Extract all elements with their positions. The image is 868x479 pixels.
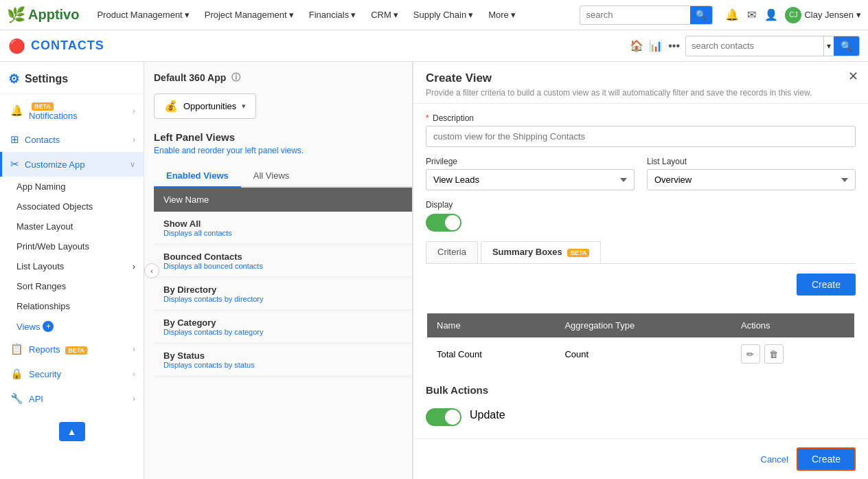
- tab-all-views[interactable]: All Views: [241, 165, 302, 188]
- sidebar-sub-list-layouts[interactable]: List Layouts ›: [0, 256, 144, 276]
- cancel-link[interactable]: Cancel: [761, 454, 788, 465]
- bulk-update-label: Update: [470, 409, 505, 421]
- chevron-right-icon: ›: [133, 107, 135, 115]
- top-search-button[interactable]: 🔍: [690, 6, 712, 24]
- collapse-sidebar-button[interactable]: ‹: [144, 263, 159, 278]
- sidebar-item-contacts[interactable]: ⊞ Contacts ›: [0, 127, 144, 152]
- close-icon[interactable]: ✕: [848, 69, 858, 84]
- list-layout-select[interactable]: Overview Default: [647, 169, 856, 190]
- description-label: * Description: [426, 113, 856, 123]
- modal-body: * Description Privilege View Leads All P…: [413, 104, 868, 444]
- privilege-list-layout-row: Privilege View Leads All Private List La…: [426, 157, 856, 190]
- privilege-col: Privilege View Leads All Private: [426, 157, 635, 190]
- nav-financials[interactable]: Financials ▾: [305, 10, 361, 20]
- bulk-update-toggle[interactable]: [426, 408, 461, 426]
- list-layout-col: List Layout Overview Default: [647, 157, 856, 190]
- edit-button[interactable]: ✏: [741, 344, 760, 364]
- contacts-nav-icon[interactable]: 👤: [764, 8, 778, 21]
- delete-button[interactable]: 🗑: [764, 344, 784, 364]
- add-view-icon[interactable]: +: [43, 321, 54, 332]
- security-label: Security: [29, 369, 133, 379]
- chevron-down-icon: ∨: [130, 160, 135, 169]
- required-asterisk: *: [426, 113, 429, 123]
- home-icon[interactable]: 🏠: [630, 39, 643, 52]
- sidebar-sub-relationships[interactable]: Relationships: [0, 296, 144, 316]
- chevron-down-icon: ▾: [185, 10, 190, 20]
- create-summary-button[interactable]: Create: [797, 274, 856, 296]
- notifications-label: Notifications: [29, 111, 78, 121]
- privilege-select[interactable]: View Leads All Private: [426, 169, 635, 190]
- privilege-label: Privilege: [426, 157, 635, 166]
- opportunities-label: Opportunities: [183, 101, 236, 111]
- logo-text: Apptivo: [28, 7, 79, 23]
- nav-crm[interactable]: CRM ▾: [367, 10, 402, 20]
- sidebar-sub-views[interactable]: Views +: [0, 316, 144, 337]
- user-menu[interactable]: CJ Clay Jensen ▾: [785, 7, 861, 23]
- reports-label: Reports: [29, 344, 60, 355]
- contact-search-go-button[interactable]: 🔍: [834, 36, 859, 56]
- sidebar-sub-master-layout[interactable]: Master Layout: [0, 216, 144, 236]
- api-label: API: [29, 394, 133, 404]
- app-header-right: 🏠 📊 ••• ▾ 🔍: [630, 36, 860, 56]
- chevron-down-icon: ▾: [393, 10, 398, 20]
- default-360-label: Default 360 App: [154, 72, 226, 83]
- col-aggregation-type: Aggregation Type: [555, 313, 731, 337]
- summary-boxes-beta-badge: BETA: [567, 249, 589, 257]
- chevron-down-icon: ▾: [351, 10, 356, 20]
- modal-footer: Cancel Create: [413, 438, 868, 479]
- summary-boxes-table: Name Aggregation Type Actions Total Coun…: [426, 312, 856, 372]
- opportunities-button[interactable]: 💰 Opportunities ▾: [154, 93, 256, 119]
- chart-icon[interactable]: 📊: [649, 39, 663, 52]
- col-name: Name: [426, 313, 555, 337]
- tab-enabled-views[interactable]: Enabled Views: [154, 165, 241, 188]
- customize-app-label: Customize App: [25, 159, 130, 170]
- display-section: Display: [426, 200, 856, 232]
- chevron-right-icon: ›: [133, 261, 135, 271]
- sidebar-item-security[interactable]: 🔒 Security ›: [0, 361, 144, 386]
- tab-criteria[interactable]: Criteria: [426, 241, 478, 263]
- display-label: Display: [426, 200, 856, 210]
- sidebar-sub-sort-ranges[interactable]: Sort Ranges: [0, 276, 144, 296]
- bell-icon: 🔔: [10, 104, 23, 117]
- caret-down-icon: ▾: [242, 102, 246, 111]
- app-logo[interactable]: 🌿 Apptivo: [7, 6, 79, 24]
- more-options-icon[interactable]: •••: [668, 40, 680, 52]
- contacts-label: Contacts: [25, 135, 133, 145]
- sidebar: ⚙ Settings 🔔 BETA Notifications › ⊞ Cont…: [0, 62, 144, 479]
- create-view-panel: Create View Provide a filter criteria to…: [412, 62, 868, 479]
- sidebar-sub-app-naming[interactable]: App Naming: [0, 177, 144, 197]
- sidebar-item-notifications[interactable]: 🔔 BETA Notifications ›: [0, 94, 144, 127]
- shield-icon: 🔒: [10, 368, 23, 380]
- chevron-down-icon: ▾: [468, 10, 473, 20]
- top-nav: 🌿 Apptivo Product Management ▾ Project M…: [0, 0, 868, 30]
- create-button-footer[interactable]: Create: [797, 447, 856, 471]
- app-header: 🔴 CONTACTS 🏠 📊 ••• ▾ 🔍: [0, 30, 868, 62]
- tab-summary-boxes[interactable]: Summary Boxes BETA: [481, 241, 601, 263]
- sidebar-sub-associated-objects[interactable]: Associated Objects: [0, 197, 144, 216]
- display-toggle[interactable]: [426, 214, 461, 232]
- notifications-icon[interactable]: 🔔: [725, 8, 739, 21]
- nav-supply-chain[interactable]: Supply Chain ▾: [409, 10, 477, 20]
- sidebar-item-api[interactable]: 🔧 API ›: [0, 386, 144, 411]
- money-bag-icon: 💰: [164, 100, 178, 113]
- top-search-input[interactable]: [580, 10, 690, 20]
- gear-icon: ⚙: [8, 71, 19, 87]
- sidebar-sub-print-web-layouts[interactable]: Print/Web Layouts: [0, 236, 144, 256]
- contact-search-input[interactable]: [686, 41, 823, 51]
- sidebar-item-customize-app[interactable]: ✂ Customize App ∨: [0, 152, 144, 177]
- chevron-right-icon: ›: [133, 345, 135, 353]
- api-icon: 🔧: [10, 392, 23, 405]
- reports-icon: 📋: [10, 343, 23, 355]
- chevron-right-icon: ›: [133, 370, 135, 378]
- info-icon[interactable]: ⓘ: [231, 71, 240, 84]
- description-input[interactable]: [426, 126, 856, 147]
- nav-more[interactable]: More ▾: [484, 10, 520, 20]
- nav-project-management[interactable]: Project Management ▾: [201, 10, 298, 20]
- scroll-up-button[interactable]: ▲: [59, 422, 85, 441]
- messages-icon[interactable]: ✉: [747, 8, 756, 21]
- main-layout: ⚙ Settings 🔔 BETA Notifications › ⊞ Cont…: [0, 62, 868, 479]
- nav-product-management[interactable]: Product Management ▾: [93, 10, 193, 20]
- contact-search-dropdown[interactable]: ▾: [823, 36, 834, 56]
- sidebar-item-reports[interactable]: 📋 Reports BETA ›: [0, 337, 144, 361]
- grid-icon: ⊞: [10, 133, 19, 146]
